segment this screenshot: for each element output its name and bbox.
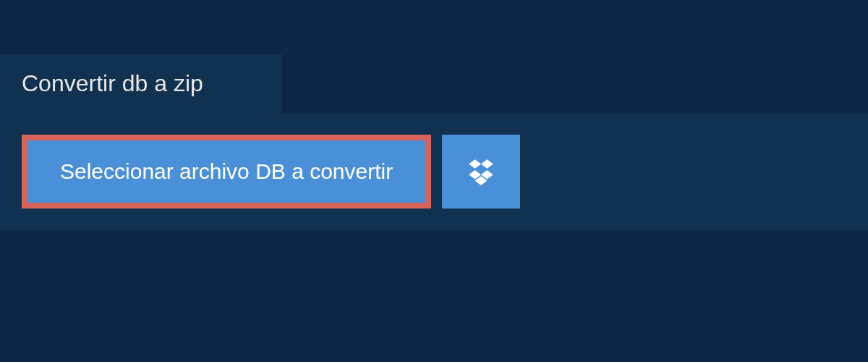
- tab-title: Convertir db a zip: [22, 70, 203, 96]
- select-file-label: Seleccionar archivo DB a convertir: [60, 161, 393, 182]
- dropbox-icon: [466, 156, 496, 187]
- tab-convert[interactable]: Convertir db a zip: [0, 54, 282, 113]
- button-row: Seleccionar archivo DB a convertir: [22, 135, 846, 209]
- dropbox-button[interactable]: [442, 135, 520, 209]
- content-panel: Seleccionar archivo DB a convertir: [0, 113, 868, 230]
- select-file-button[interactable]: Seleccionar archivo DB a convertir: [22, 135, 431, 209]
- tab-container: Convertir db a zip Seleccionar archivo D…: [0, 54, 868, 230]
